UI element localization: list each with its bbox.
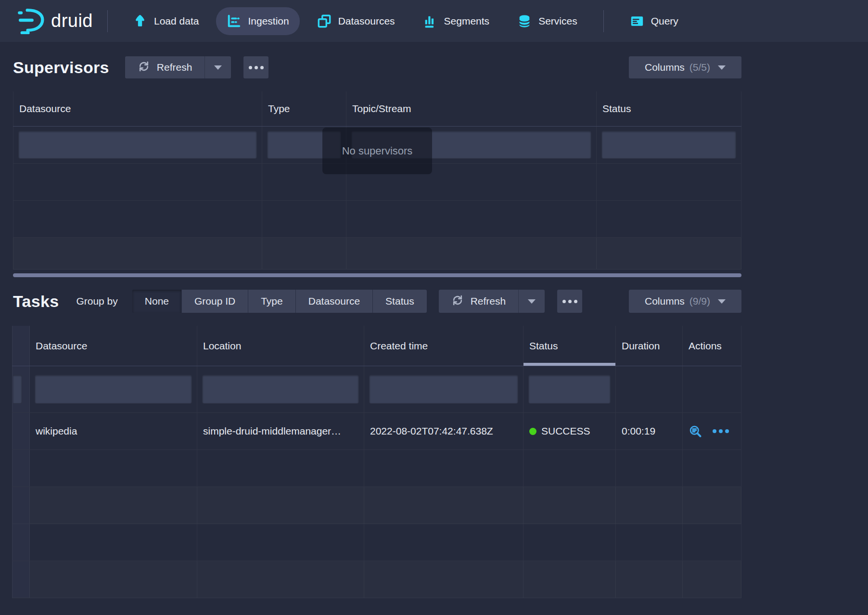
- group-by-segmented-control: None Group ID Type Datasource Status: [132, 290, 427, 313]
- services-icon: [517, 14, 532, 28]
- table-row: [13, 238, 741, 269]
- column-header[interactable]: Created time: [364, 326, 523, 366]
- table-row: [13, 201, 741, 238]
- chevron-down-icon: [528, 299, 536, 304]
- datasources-icon: [317, 14, 332, 28]
- nav-item-ingestion[interactable]: Ingestion: [216, 7, 299, 35]
- status-filter-input[interactable]: [601, 131, 736, 159]
- druid-logo-icon: [16, 6, 44, 36]
- columns-label: Columns: [645, 295, 685, 307]
- nav-divider: [603, 10, 604, 32]
- task-created-time: 2022-08-02T07:42:47.638Z: [364, 413, 523, 449]
- group-by-status-button[interactable]: Status: [373, 290, 427, 313]
- column-header[interactable]: Location: [197, 326, 364, 366]
- clipped-filter-input[interactable]: [13, 375, 22, 404]
- tasks-toolbar: Tasks Group by None Group ID Type Dataso…: [0, 290, 868, 313]
- group-by-label: Group by: [76, 295, 117, 307]
- table-row: [12, 561, 741, 598]
- status-filter-input[interactable]: [528, 375, 611, 404]
- column-header-sorted[interactable]: Status: [523, 326, 616, 366]
- supervisors-columns-button[interactable]: Columns (5/5): [629, 56, 741, 78]
- nav-item-query[interactable]: Query: [619, 7, 689, 35]
- nav-item-segments[interactable]: Segments: [412, 7, 500, 35]
- brand-name: druid: [51, 11, 93, 31]
- supervisors-more-button[interactable]: [243, 56, 268, 78]
- more-icon: [249, 66, 252, 69]
- druid-logo[interactable]: druid: [16, 6, 93, 36]
- column-header[interactable]: Type: [262, 91, 346, 126]
- supervisors-refresh-button[interactable]: Refresh: [125, 56, 205, 78]
- location-filter-input[interactable]: [202, 375, 359, 404]
- supervisors-table: Datasource Type Topic/Stream Status No s…: [13, 91, 741, 269]
- table-row: [12, 487, 741, 524]
- tasks-more-button[interactable]: [557, 290, 582, 313]
- column-header[interactable]: Actions: [683, 326, 741, 366]
- columns-count: (9/9): [689, 295, 710, 307]
- tasks-filter-row: [12, 366, 741, 413]
- status-badge: SUCCESS: [541, 425, 590, 437]
- refresh-icon: [138, 60, 150, 75]
- column-header[interactable]: Status: [597, 91, 741, 126]
- columns-label: Columns: [645, 62, 685, 73]
- supervisors-title: Supervisors: [13, 58, 109, 77]
- tasks-refresh-group: Refresh: [439, 290, 545, 313]
- task-duration: 0:00:19: [616, 413, 683, 449]
- segments-icon: [423, 14, 437, 28]
- column-header[interactable]: Duration: [616, 326, 683, 366]
- created-time-filter-input[interactable]: [369, 375, 518, 404]
- refresh-label: Refresh: [471, 295, 506, 307]
- tasks-refresh-caret-button[interactable]: [518, 290, 545, 313]
- table-row: [12, 524, 741, 561]
- task-more-actions-icon[interactable]: [713, 429, 729, 433]
- query-icon: [630, 14, 644, 28]
- upload-icon: [133, 14, 147, 28]
- nav-items: Load data Ingestion Datasources: [122, 7, 689, 35]
- nav-item-label: Load data: [154, 15, 199, 27]
- datasource-filter-input[interactable]: [35, 375, 192, 404]
- ingestion-icon: [227, 14, 241, 28]
- top-nav: druid Load data Ingestion: [0, 0, 868, 42]
- tasks-columns-button[interactable]: Columns (9/9): [629, 290, 741, 313]
- nav-item-datasources[interactable]: Datasources: [306, 7, 406, 35]
- supervisors-refresh-caret-button[interactable]: [204, 56, 231, 78]
- nav-item-label: Services: [538, 15, 577, 27]
- table-row: [12, 450, 741, 487]
- column-header[interactable]: Datasource: [30, 326, 197, 366]
- nav-item-label: Segments: [444, 15, 490, 27]
- inspect-task-icon[interactable]: [689, 424, 702, 438]
- tasks-title: Tasks: [13, 292, 59, 311]
- refresh-icon: [451, 294, 464, 309]
- tasks-refresh-button[interactable]: Refresh: [439, 290, 519, 313]
- column-header-clipped[interactable]: [12, 326, 30, 366]
- datasource-filter-input[interactable]: [18, 131, 257, 159]
- task-actions: [683, 413, 741, 449]
- column-header[interactable]: Datasource: [13, 91, 262, 126]
- column-header[interactable]: Topic/Stream: [346, 91, 597, 126]
- nav-item-label: Query: [651, 15, 678, 27]
- supervisors-header-row: Datasource Type Topic/Stream Status: [13, 91, 741, 127]
- tasks-table: Datasource Location Created time Status …: [12, 326, 741, 598]
- group-by-group-id-button[interactable]: Group ID: [182, 290, 248, 313]
- columns-count: (5/5): [689, 62, 710, 73]
- chevron-down-icon: [214, 65, 222, 70]
- task-datasource: wikipedia: [30, 413, 197, 449]
- more-icon: [562, 300, 566, 303]
- group-by-none-button[interactable]: None: [132, 290, 182, 313]
- nav-item-label: Ingestion: [248, 15, 289, 27]
- horizontal-scrollbar[interactable]: [13, 273, 741, 277]
- supervisors-refresh-group: Refresh: [125, 56, 231, 78]
- tasks-header-row: Datasource Location Created time Status …: [12, 326, 741, 366]
- refresh-label: Refresh: [157, 62, 192, 73]
- supervisors-toolbar: Supervisors Refresh Columns (5/5): [0, 56, 868, 78]
- nav-item-load-data[interactable]: Load data: [122, 7, 209, 35]
- chevron-down-icon: [718, 65, 726, 70]
- nav-divider: [107, 10, 108, 32]
- nav-item-services[interactable]: Services: [507, 7, 588, 35]
- no-supervisors-message: No supervisors: [322, 128, 432, 174]
- success-status-icon: [529, 428, 536, 435]
- task-row-wikipedia[interactable]: wikipedia simple-druid-middlemanager… 20…: [12, 413, 741, 450]
- group-by-type-button[interactable]: Type: [248, 290, 296, 313]
- task-status: SUCCESS: [523, 413, 616, 449]
- task-location: simple-druid-middlemanager…: [197, 413, 364, 449]
- group-by-datasource-button[interactable]: Datasource: [296, 290, 373, 313]
